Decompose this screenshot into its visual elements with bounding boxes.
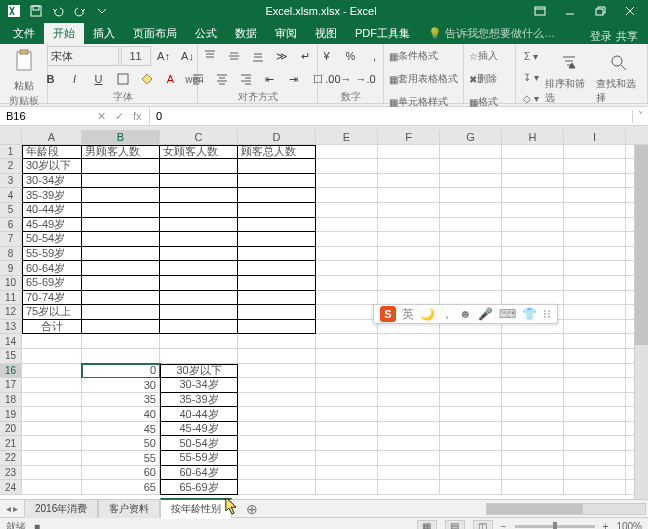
shrink-font-icon[interactable]: A↓ (177, 46, 199, 66)
cell-F6[interactable] (378, 218, 440, 233)
cell-A20[interactable] (22, 422, 82, 437)
cell-D2[interactable] (238, 159, 316, 174)
cell-G2[interactable] (440, 159, 502, 174)
cell-C14[interactable] (160, 334, 238, 349)
row-header-23[interactable]: 23 (0, 466, 22, 481)
cell-E19[interactable] (316, 407, 378, 422)
insert-cells-button[interactable]: ☆ 插入 (468, 46, 511, 66)
row-header-8[interactable]: 8 (0, 247, 22, 262)
cell-E9[interactable] (316, 261, 378, 276)
font-size-select[interactable]: 11 (121, 46, 151, 66)
cell-E16[interactable] (316, 364, 378, 379)
ime-lang[interactable]: 英 (402, 306, 414, 323)
cell-D15[interactable] (238, 349, 316, 364)
zoom-value[interactable]: 100% (616, 521, 642, 529)
cell-D1[interactable]: 顾客总人数 (238, 145, 316, 160)
cell-I18[interactable] (564, 393, 626, 408)
cell-A10[interactable]: 65-69岁 (22, 276, 82, 291)
cell-B18[interactable]: 35 (82, 393, 160, 408)
cell-C3[interactable] (160, 174, 238, 189)
ime-emoji-icon[interactable]: ☻ (459, 307, 472, 321)
align-mid-icon[interactable] (223, 46, 245, 66)
cell-H24[interactable] (502, 480, 564, 495)
cell-H6[interactable] (502, 218, 564, 233)
cell-A4[interactable]: 35-39岁 (22, 188, 82, 203)
align-top-icon[interactable] (199, 46, 221, 66)
cell-F14[interactable] (378, 334, 440, 349)
cell-I2[interactable] (564, 159, 626, 174)
row-header-3[interactable]: 3 (0, 174, 22, 189)
cell-G24[interactable] (440, 480, 502, 495)
align-right-icon[interactable] (235, 69, 257, 89)
cell-B11[interactable] (82, 291, 160, 306)
cell-D14[interactable] (238, 334, 316, 349)
row-header-4[interactable]: 4 (0, 188, 22, 203)
cell-F22[interactable] (378, 451, 440, 466)
cell-D6[interactable] (238, 218, 316, 233)
cell-B19[interactable]: 40 (82, 407, 160, 422)
grow-font-icon[interactable]: A↑ (153, 46, 175, 66)
cell-I8[interactable] (564, 247, 626, 262)
cell-C2[interactable] (160, 159, 238, 174)
cell-F8[interactable] (378, 247, 440, 262)
cell-A3[interactable]: 30-34岁 (22, 174, 82, 189)
cell-C24[interactable]: 65-69岁 (160, 480, 238, 495)
tab-home[interactable]: 开始 (44, 23, 84, 44)
cell-H21[interactable] (502, 436, 564, 451)
spreadsheet-grid[interactable]: ABCDEFGHIJ1年龄段男顾客人数女顾客人数顾客总人数230岁以下330-3… (0, 126, 648, 499)
row-header-10[interactable]: 10 (0, 276, 22, 291)
cell-D10[interactable] (238, 276, 316, 291)
cell-G8[interactable] (440, 247, 502, 262)
cell-B16[interactable]: 0 (82, 364, 160, 379)
save-icon[interactable] (26, 2, 46, 20)
redo-icon[interactable] (70, 2, 90, 20)
cell-A19[interactable] (22, 407, 82, 422)
cell-D19[interactable] (238, 407, 316, 422)
align-bot-icon[interactable] (247, 46, 269, 66)
cell-B3[interactable] (82, 174, 160, 189)
cell-E22[interactable] (316, 451, 378, 466)
cell-G16[interactable] (440, 364, 502, 379)
cell-I6[interactable] (564, 218, 626, 233)
cell-F4[interactable] (378, 188, 440, 203)
cell-H7[interactable] (502, 232, 564, 247)
cell-I21[interactable] (564, 436, 626, 451)
cell-E3[interactable] (316, 174, 378, 189)
border-button[interactable] (112, 69, 134, 89)
cell-C6[interactable] (160, 218, 238, 233)
cell-I7[interactable] (564, 232, 626, 247)
cell-E18[interactable] (316, 393, 378, 408)
find-select-button[interactable] (608, 50, 630, 76)
cell-H14[interactable] (502, 334, 564, 349)
add-sheet-button[interactable]: ⊕ (238, 501, 266, 517)
cell-I17[interactable] (564, 378, 626, 393)
cell-H2[interactable] (502, 159, 564, 174)
tab-file[interactable]: 文件 (4, 23, 44, 44)
login-link[interactable]: 登录 (590, 29, 612, 44)
cell-C13[interactable] (160, 320, 238, 335)
cell-A9[interactable]: 60-64岁 (22, 261, 82, 276)
italic-button[interactable]: I (64, 69, 86, 89)
indent-dec-icon[interactable]: ⇤ (259, 69, 281, 89)
sheet-nav-prev-icon[interactable]: ◂ (6, 503, 11, 514)
cell-B8[interactable] (82, 247, 160, 262)
cell-I10[interactable] (564, 276, 626, 291)
cell-A18[interactable] (22, 393, 82, 408)
cell-E7[interactable] (316, 232, 378, 247)
cell-F9[interactable] (378, 261, 440, 276)
col-header-H[interactable]: H (502, 130, 564, 145)
cell-F10[interactable] (378, 276, 440, 291)
cell-E2[interactable] (316, 159, 378, 174)
cell-C15[interactable] (160, 349, 238, 364)
row-header-6[interactable]: 6 (0, 218, 22, 233)
cell-B5[interactable] (82, 203, 160, 218)
cell-D11[interactable] (238, 291, 316, 306)
cell-I15[interactable] (564, 349, 626, 364)
cell-G14[interactable] (440, 334, 502, 349)
row-header-18[interactable]: 18 (0, 393, 22, 408)
percent-button[interactable]: % (340, 46, 362, 66)
col-header-E[interactable]: E (316, 130, 378, 145)
cell-H20[interactable] (502, 422, 564, 437)
sheet-tab-2[interactable]: 客户资料 (98, 499, 160, 518)
col-header-I[interactable]: I (564, 130, 626, 145)
